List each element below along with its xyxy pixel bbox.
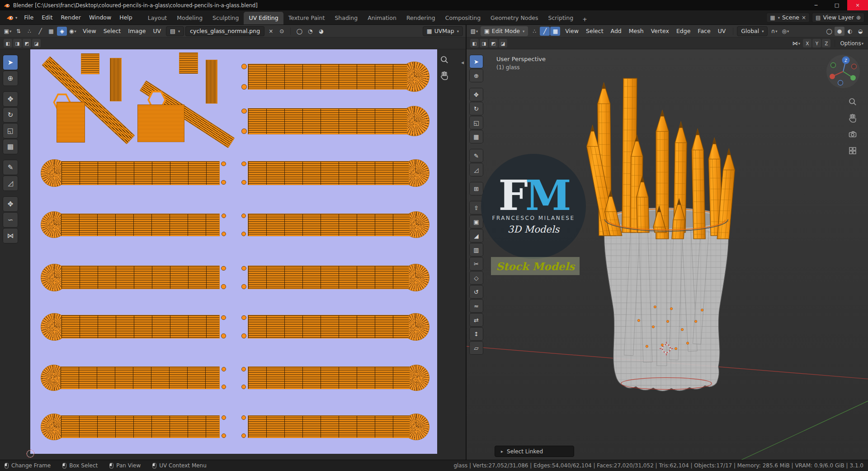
uv-island-bar[interactable]	[41, 414, 226, 440]
viewport-menu-edge[interactable]: Edge	[673, 26, 694, 36]
uv-island-dot[interactable]	[241, 64, 246, 69]
tool-loop-cut[interactable]: ▥	[470, 243, 483, 256]
uv-island-bar[interactable]	[241, 264, 429, 291]
uv-island-dot[interactable]	[222, 385, 226, 389]
sticky-select-dropdown[interactable]: ◉▾	[68, 27, 78, 36]
uv-island-bar[interactable]	[41, 211, 226, 238]
uv-island-vstripe[interactable]	[206, 60, 217, 104]
uv-island-dot[interactable]	[241, 232, 246, 236]
tool-2d-cursor[interactable]: ⊕	[3, 71, 18, 86]
uv-island-bar[interactable]	[41, 159, 226, 187]
uv-island-block[interactable]	[137, 105, 184, 142]
uv-island-dot[interactable]	[241, 433, 246, 438]
uv-island-hstripe[interactable]	[81, 53, 99, 74]
uv-island-dot[interactable]	[221, 333, 226, 338]
transform-pivot-button[interactable]: ◧	[470, 39, 479, 48]
tool-add-cube[interactable]: ⊞	[470, 182, 483, 195]
uv-island-dot[interactable]	[222, 232, 226, 236]
menu-help[interactable]: Help	[115, 12, 137, 23]
transform-orientation-dropdown[interactable]: Global ▾	[737, 26, 768, 36]
display-channels-color-button[interactable]: ◯	[294, 27, 304, 36]
select-mode-vertex-button[interactable]: ∴	[24, 27, 34, 36]
viewport-menu-uv[interactable]: UV	[714, 26, 730, 36]
uv-island-dot[interactable]	[221, 162, 226, 166]
options-dropdown[interactable]: Options ▾	[839, 39, 864, 48]
pan-hand-icon[interactable]	[847, 113, 858, 124]
image-browse-button[interactable]: ▤ ▾	[166, 26, 184, 36]
workspace-tab-sculpting[interactable]: Sculpting	[208, 12, 244, 24]
uv-island-dot[interactable]	[221, 180, 226, 185]
menu-edit[interactable]: Edit	[38, 12, 57, 23]
uv-island-bar[interactable]	[41, 365, 226, 391]
close-button[interactable]: ×	[847, 0, 868, 10]
tool-shrink-fatten[interactable]: ↕	[470, 328, 483, 340]
uvmap-selector[interactable]: ▦ UVMap ▾	[423, 26, 463, 36]
display-channels-z-button[interactable]: ◕	[316, 27, 326, 36]
tool-tweak-select[interactable]: ➤	[3, 55, 18, 70]
uv-island-bar[interactable]	[41, 313, 226, 341]
uv-island-dot[interactable]	[241, 109, 246, 114]
uv-sync-select-toggle[interactable]: ⇅	[14, 27, 24, 36]
tool-rotate[interactable]: ↻	[3, 108, 18, 122]
tool-rotate[interactable]: ↻	[470, 102, 483, 115]
uv-island-dot[interactable]	[241, 415, 246, 420]
workspace-tab-scripting[interactable]: Scripting	[543, 12, 579, 24]
workspace-tab-modeling[interactable]: Modeling	[172, 12, 208, 24]
uv-island-dot[interactable]	[241, 162, 246, 166]
pan-hand-icon[interactable]	[439, 71, 449, 81]
uv-island-dot[interactable]	[221, 315, 226, 320]
face-select-mode-button[interactable]: ▦	[550, 27, 560, 36]
tool-spin[interactable]: ↺	[470, 285, 483, 298]
editor-type-button[interactable]: ▧ ▾	[469, 27, 479, 36]
add-workspace-button[interactable]: +	[578, 14, 591, 24]
mirror-dropdown[interactable]: ⋈ ▾	[791, 39, 801, 48]
uv-island-dot[interactable]	[241, 180, 246, 185]
workspace-tab-texture-paint[interactable]: Texture Paint	[283, 12, 330, 24]
new-view-layer-icon[interactable]: ⊕	[856, 14, 861, 21]
pencils-group[interactable]	[587, 78, 735, 239]
tool-3d-cursor[interactable]: ⊕	[470, 69, 483, 82]
viewport-canvas[interactable]: User Perspective (1) glass ➤⊕✥↻◱▦✎◿⊞⇧▣◢▥…	[467, 49, 868, 460]
unlink-scene-icon[interactable]: ×	[802, 14, 806, 21]
uv-menu-view[interactable]: View	[79, 26, 100, 36]
tool-poly-build[interactable]: ◇	[470, 271, 483, 284]
uv-island-bar[interactable]	[241, 106, 429, 136]
pin-image-toggle[interactable]: ⊙	[277, 27, 287, 36]
uv-island-dot[interactable]	[222, 367, 226, 371]
tool-transform[interactable]: ▦	[3, 139, 18, 154]
uv-menu-select[interactable]: Select	[100, 26, 125, 36]
tool-scale[interactable]: ◱	[470, 116, 483, 129]
tool-measure[interactable]: ◿	[470, 163, 483, 176]
proportional-edit-toggle[interactable]: ◎ ▾	[780, 27, 790, 36]
uv-island-dot[interactable]	[222, 415, 226, 420]
uv-island-bar[interactable]	[241, 62, 429, 92]
tool-move[interactable]: ✥	[470, 88, 483, 101]
tool-inset-faces[interactable]: ▣	[470, 215, 483, 228]
selectbox-mode-intersect-button[interactable]: ◪	[32, 39, 41, 48]
viewport-menu-view[interactable]: View	[561, 26, 582, 36]
uv-island-dot[interactable]	[241, 284, 246, 289]
tool-smooth[interactable]: ≈	[470, 300, 483, 312]
selectbox-mode-new-button[interactable]: ◧	[4, 39, 12, 48]
tool-measure[interactable]: ◿	[3, 176, 18, 190]
scene-selector[interactable]: ▦ ▾ Scene ×	[766, 13, 810, 23]
uv-menu-uv[interactable]: UV	[149, 26, 165, 36]
transform-options-button[interactable]: ◪	[499, 39, 507, 48]
uv-island-dot[interactable]	[241, 266, 246, 271]
display-channels-alpha-button[interactable]: ◔	[305, 27, 315, 36]
selectbox-mode-extend-button[interactable]: ◨	[13, 39, 22, 48]
transform-orient-button[interactable]: ◩	[489, 39, 498, 48]
uv-island-dot[interactable]	[241, 315, 246, 320]
viewport-menu-add[interactable]: Add	[607, 26, 625, 36]
viewport-menu-vertex[interactable]: Vertex	[647, 26, 673, 36]
app-menu-button[interactable]: ▾	[4, 12, 20, 24]
menu-render[interactable]: Render	[57, 12, 85, 23]
tool-relax-brush[interactable]: ∽	[3, 213, 18, 227]
uv-island-dot[interactable]	[221, 266, 226, 271]
uv-island-bar[interactable]	[241, 365, 429, 391]
zoom-icon[interactable]	[847, 96, 858, 107]
uv-island-dot[interactable]	[222, 214, 226, 218]
workspace-tab-geometry-nodes[interactable]: Geometry Nodes	[486, 12, 543, 24]
axis-toggle-x[interactable]: X	[803, 39, 811, 48]
uv-island-bar[interactable]	[41, 264, 226, 291]
